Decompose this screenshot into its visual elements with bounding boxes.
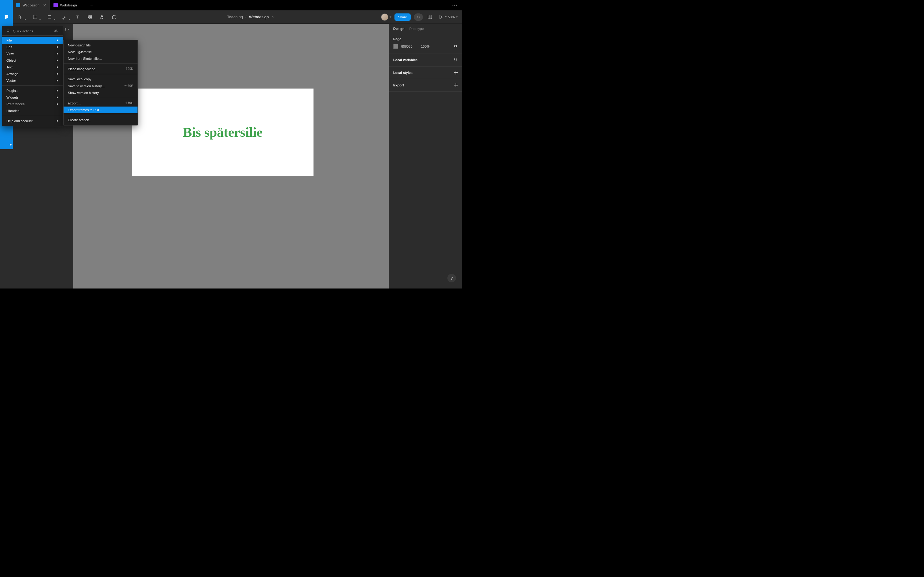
menu-item-label: Edit (6, 45, 12, 49)
export-row[interactable]: Export (389, 79, 462, 92)
menu-item-label: Plugins (6, 89, 18, 92)
search-icon (6, 29, 10, 33)
section-title: Page (393, 37, 458, 41)
canvas-frame[interactable]: Bis spätersilie (132, 89, 313, 176)
toolbar: Teaching / Webdesign Share 50% (0, 10, 462, 24)
dev-mode-toggle[interactable] (414, 13, 423, 21)
tab-prototype[interactable]: Prototype (409, 27, 424, 33)
more-icon[interactable] (452, 2, 458, 8)
sliders-icon (454, 58, 458, 62)
svg-rect-7 (90, 18, 92, 19)
shortcut: ⌥⌘S (124, 84, 133, 88)
menu-item[interactable]: File (2, 37, 63, 44)
menu-item[interactable]: Place image/video…⇧⌘K (63, 65, 137, 73)
svg-rect-6 (88, 18, 89, 19)
code-icon (416, 15, 420, 19)
local-styles-row[interactable]: Local styles (389, 66, 462, 79)
zoom-value: 50% (448, 15, 455, 19)
close-icon[interactable] (43, 4, 46, 7)
library-button[interactable] (426, 13, 434, 21)
figjam-file-icon (53, 3, 58, 7)
breadcrumb-file: Webdesign (249, 15, 269, 19)
menu-item-label: Quick actions… (13, 29, 36, 33)
play-icon (438, 15, 444, 20)
move-tool[interactable] (13, 10, 27, 24)
tab-design[interactable]: Design (393, 27, 405, 33)
chevron-right-icon (57, 39, 58, 42)
menu-item[interactable]: New from Sketch file… (63, 55, 137, 62)
right-panel: Design Prototype Page 808080 100% Local … (389, 24, 462, 288)
menu-item[interactable]: Help and account (2, 118, 63, 124)
chevron-down-icon (272, 16, 275, 18)
tab-label: Webdesign (23, 3, 39, 7)
page-color-hex[interactable]: 808080 (401, 45, 412, 48)
menu-item[interactable]: Edit (2, 44, 63, 50)
chevron-down-icon (24, 19, 26, 21)
comment-tool[interactable] (108, 10, 120, 24)
plus-icon (454, 83, 458, 87)
menu-item[interactable]: Save local copy… (63, 76, 137, 82)
svg-point-8 (7, 30, 9, 32)
menu-item[interactable]: Preferences (2, 101, 63, 108)
help-button[interactable]: ? (447, 274, 456, 282)
menu-item-label: Export… (68, 102, 81, 105)
menu-item[interactable]: Save to version history…⌥⌘S (63, 82, 137, 89)
chevron-right-icon (57, 53, 58, 55)
pen-tool[interactable] (57, 10, 71, 24)
zoom-control[interactable]: 50% (448, 15, 458, 19)
menu-item[interactable]: New FigJam file (63, 48, 137, 55)
resources-icon (87, 15, 92, 20)
visibility-toggle[interactable] (454, 44, 458, 49)
shape-tool[interactable] (42, 10, 57, 24)
text-tool[interactable] (71, 10, 84, 24)
menu-item[interactable]: Text (2, 64, 63, 71)
share-button[interactable]: Share (394, 13, 411, 21)
menu-item[interactable]: Create branch… (63, 117, 137, 123)
resources-tool[interactable] (84, 10, 96, 24)
menu-item[interactable]: Object (2, 57, 63, 64)
menu-item[interactable]: Vector (2, 77, 63, 84)
frame-icon (32, 15, 37, 20)
tab-bar: Webdesign Webdesign + (0, 0, 462, 10)
menu-item-label: Widgets (6, 95, 19, 99)
menu-item-label: Preferences (6, 102, 24, 106)
tab-inactive[interactable]: Webdesign (50, 0, 86, 10)
menu-quick-actions[interactable]: Quick actions… ⌘/ (2, 28, 63, 36)
menu-item[interactable]: Widgets (2, 94, 63, 101)
chevron-down-icon (456, 16, 458, 18)
menu-item[interactable]: Show version history (63, 89, 137, 96)
hand-tool[interactable] (96, 10, 108, 24)
book-icon (427, 15, 433, 20)
menu-item[interactable]: New design file (63, 42, 137, 48)
eye-icon (454, 44, 458, 48)
chevron-right-icon (57, 46, 58, 48)
menu-item[interactable]: Libraries (2, 108, 63, 114)
tab-active[interactable]: Webdesign (12, 0, 50, 10)
menu-separator (63, 115, 137, 115)
page-section: Page 808080 100% (389, 33, 462, 53)
page-number: 1 (65, 27, 66, 31)
hand-icon (99, 15, 105, 20)
shortcut: ⇧⌘K (125, 67, 133, 71)
chevron-right-icon (57, 66, 58, 68)
menu-item[interactable]: Plugins (2, 87, 63, 94)
menu-item[interactable]: Export…⇧⌘E (63, 100, 137, 106)
page-color-swatch[interactable] (393, 44, 398, 49)
menu-item[interactable]: Arrange (2, 71, 63, 77)
present-button[interactable] (437, 13, 445, 21)
avatar-menu[interactable] (381, 13, 391, 21)
page-opacity[interactable]: 100% (421, 45, 430, 48)
local-variables-row[interactable]: Local variables (389, 53, 462, 66)
menu-separator (63, 63, 137, 64)
svg-point-1 (454, 5, 455, 6)
menu-item[interactable]: View (2, 50, 63, 57)
row-label: Export (393, 83, 404, 87)
shortcut: ⌘/ (54, 29, 58, 33)
new-tab-button[interactable]: + (86, 0, 97, 10)
chevron-right-icon (57, 103, 58, 105)
breadcrumb[interactable]: Teaching / Webdesign (120, 15, 381, 19)
frame-tool[interactable] (27, 10, 42, 24)
menu-item-label: File (6, 39, 12, 42)
menu-item[interactable]: Export frames to PDF… (63, 106, 137, 113)
chevron-right-icon (57, 96, 58, 98)
